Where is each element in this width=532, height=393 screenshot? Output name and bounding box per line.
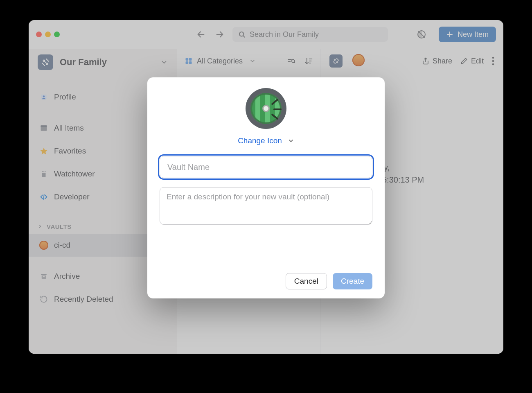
- cancel-label: Cancel: [294, 277, 318, 286]
- create-button[interactable]: Create: [333, 273, 372, 289]
- chevron-down-icon: [288, 138, 294, 144]
- change-icon-button[interactable]: Change Icon: [160, 136, 372, 145]
- change-icon-label: Change Icon: [238, 136, 282, 145]
- vault-picture: [246, 88, 286, 129]
- new-vault-modal: Change Icon Cancel Create: [147, 77, 385, 298]
- cancel-button[interactable]: Cancel: [286, 273, 327, 289]
- vault-name-input[interactable]: [160, 156, 372, 178]
- create-label: Create: [341, 277, 364, 286]
- vault-description-input[interactable]: [160, 187, 372, 225]
- app-window: Search in Our Family New Item Our Family: [29, 20, 503, 354]
